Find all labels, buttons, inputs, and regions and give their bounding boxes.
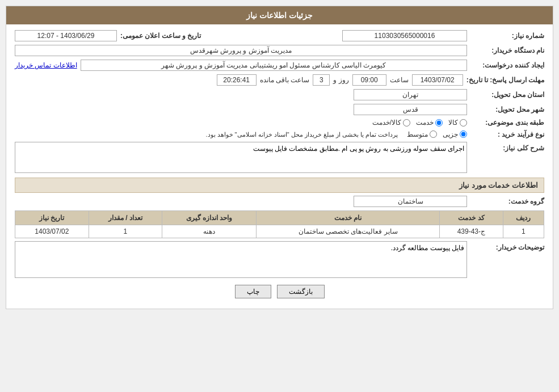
button-row: بازگشت چاپ <box>15 285 544 298</box>
reply-remaining: 20:26:41 <box>217 74 257 86</box>
city-label: شهر محل تحویل: <box>470 106 544 113</box>
buyer-org-label: نام دستگاه خریدار: <box>470 47 544 54</box>
page-title: جزئیات اطلاعات نیاز <box>246 11 313 20</box>
services-table: ردیف کد خدمت نام خدمت واحد اندازه گیری ت… <box>15 210 544 238</box>
category-kala-radio[interactable] <box>460 119 467 127</box>
buyer-desc-textarea[interactable] <box>15 241 467 278</box>
cell-service-code: ج-43-439 <box>440 225 503 238</box>
category-kala-item: کالا <box>448 119 467 127</box>
page-header: جزئیات اطلاعات نیاز <box>6 6 553 24</box>
city-value: قدس <box>354 104 467 115</box>
back-button[interactable]: بازگشت <box>277 285 325 298</box>
buyer-org-value: مدیریت آموزش و پرورش شهرقدس <box>15 45 467 56</box>
purchase-type-radio-group: جزیی متوسط <box>407 130 467 138</box>
date-value: 1403/06/29 - 12:07 <box>15 30 117 41</box>
table-row: 1 ج-43-439 سایر فعالیت‌های تخصصی ساختمان… <box>15 225 544 238</box>
category-kala-khadamat-radio[interactable] <box>403 119 410 127</box>
purchase-motavaset-label: متوسط <box>407 130 428 138</box>
contact-link[interactable]: اطلاعات تماس خریدار <box>15 61 77 69</box>
reply-days-label: روز و <box>333 76 348 84</box>
cell-service-name: سایر فعالیت‌های تخصصی ساختمان <box>257 225 440 238</box>
purchase-motavaset-item: متوسط <box>407 130 437 138</box>
province-value: تهران <box>354 89 467 100</box>
services-section-header: اطلاعات خدمات مورد نیاز <box>15 178 544 193</box>
category-kala-khadamat-item: کالا/خدمت <box>372 119 410 127</box>
category-radio-group: کالا خدمت کالا/خدمت <box>372 119 467 127</box>
purchase-motavaset-radio[interactable] <box>430 130 437 138</box>
service-group-value: ساختمان <box>354 196 467 207</box>
need-number-value: 1103030565000016 <box>342 30 467 41</box>
category-label: طبقه بندی موضوعی: <box>470 119 544 127</box>
purchase-jozyi-item: جزیی <box>443 130 467 138</box>
buyer-desc-label: توضیحات خریدار: <box>470 241 544 251</box>
purchase-jozyi-radio[interactable] <box>460 130 467 138</box>
reply-remaining-label: ساعت باقی مانده <box>260 76 310 84</box>
need-number-label: شماره نیاز: <box>470 32 544 40</box>
category-kala-khadamat-label: کالا/خدمت <box>372 119 401 127</box>
col-date: تاریخ نیاز <box>15 211 89 225</box>
cell-unit: دهنه <box>162 225 257 238</box>
date-label: تاریخ و ساعت اعلان عمومی: <box>120 32 201 40</box>
purchase-jozyi-label: جزیی <box>443 130 458 138</box>
print-button[interactable]: چاپ <box>235 285 271 298</box>
cell-date-need: 1403/07/02 <box>15 225 89 238</box>
reply-date: 1403/07/02 <box>412 74 463 86</box>
general-desc-textarea[interactable] <box>15 142 467 173</box>
cell-quantity: 1 <box>89 225 162 238</box>
reply-days: 3 <box>313 74 330 86</box>
service-group-label: گروه خدمت: <box>470 197 544 205</box>
reply-time-label: ساعت <box>390 76 409 84</box>
col-service-code: کد خدمت <box>440 211 503 225</box>
creator-value: کیومرث الیاسی کارشناس مسئول امو ریشتیبان… <box>81 60 467 71</box>
col-quantity: تعداد / مقدار <box>89 211 162 225</box>
purchase-note: پرداخت تمام یا بخشی از مبلغ خریداز محل "… <box>205 131 398 138</box>
col-service-name: نام خدمت <box>257 211 440 225</box>
purchase-type-label: نوع فرآیند خرید : <box>470 130 544 138</box>
reply-deadline-label: مهلت ارسال پاسخ: تا تاریخ: <box>466 76 544 84</box>
category-khadamat-item: خدمت <box>416 119 443 127</box>
general-desc-label: شرح کلی نیاز: <box>470 142 544 152</box>
reply-time: 09:00 <box>352 74 386 86</box>
col-rownum: ردیف <box>503 211 544 225</box>
category-kala-label: کالا <box>448 119 458 127</box>
cell-rownum: 1 <box>503 225 544 238</box>
col-unit: واحد اندازه گیری <box>162 211 257 225</box>
creator-label: ایجاد کننده درخواست: <box>470 61 544 69</box>
category-khadamat-radio[interactable] <box>435 119 443 127</box>
province-label: استان محل تحویل: <box>470 91 544 99</box>
category-khadamat-label: خدمت <box>416 119 434 127</box>
